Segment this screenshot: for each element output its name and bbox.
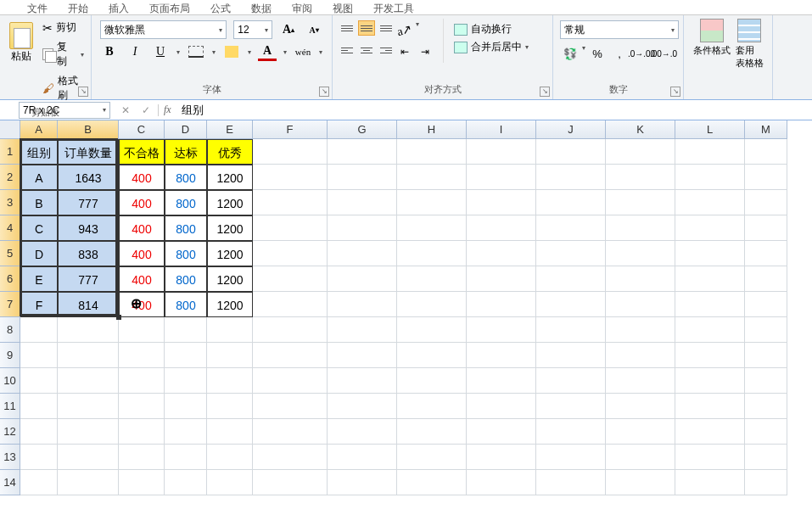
cell-F1[interactable] bbox=[253, 139, 328, 165]
cell-A2[interactable]: A bbox=[20, 165, 58, 190]
cell-L13[interactable] bbox=[675, 445, 745, 470]
number-format-select[interactable]: 常规▾ bbox=[560, 20, 679, 39]
cell-D6[interactable]: 800 bbox=[165, 266, 207, 292]
cell-K8[interactable] bbox=[606, 317, 675, 343]
cell-H12[interactable] bbox=[397, 419, 467, 445]
row-header-3[interactable]: 3 bbox=[0, 190, 20, 215]
decrease-decimal-button[interactable]: .00→.0 bbox=[653, 44, 674, 63]
cell-E6[interactable]: 1200 bbox=[207, 266, 253, 292]
cell-D5[interactable]: 800 bbox=[165, 241, 207, 266]
cell-M1[interactable] bbox=[745, 139, 787, 165]
cell-G10[interactable] bbox=[328, 368, 397, 394]
cell-J6[interactable] bbox=[536, 266, 606, 292]
cell-L6[interactable] bbox=[675, 266, 745, 292]
cell-D14[interactable] bbox=[165, 470, 207, 495]
cell-H11[interactable] bbox=[397, 394, 467, 419]
grid-body[interactable]: 组别订单数量不合格达标优秀A16434008001200B77740080012… bbox=[20, 139, 812, 495]
cell-M2[interactable] bbox=[745, 165, 787, 190]
cell-C6[interactable]: 400 bbox=[119, 266, 165, 292]
cell-D8[interactable] bbox=[165, 317, 207, 343]
cell-G9[interactable] bbox=[328, 343, 397, 368]
col-header-G[interactable]: G bbox=[328, 120, 397, 139]
fill-color-button[interactable] bbox=[222, 42, 241, 61]
cell-G14[interactable] bbox=[328, 470, 397, 495]
cell-L11[interactable] bbox=[675, 394, 745, 419]
cell-C8[interactable] bbox=[119, 317, 165, 343]
percent-button[interactable]: % bbox=[587, 44, 608, 63]
cell-D10[interactable] bbox=[165, 368, 207, 394]
cell-E5[interactable]: 1200 bbox=[207, 241, 253, 266]
cell-L7[interactable] bbox=[675, 292, 745, 317]
cell-C14[interactable] bbox=[119, 470, 165, 495]
cell-D13[interactable] bbox=[165, 445, 207, 470]
cell-M3[interactable] bbox=[745, 190, 787, 215]
cell-I14[interactable] bbox=[467, 470, 536, 495]
cell-B6[interactable]: 777 bbox=[58, 266, 119, 292]
formula-input[interactable]: 组别 bbox=[176, 103, 812, 118]
cell-A5[interactable]: D bbox=[20, 241, 58, 266]
cell-K5[interactable] bbox=[606, 241, 675, 266]
fill-handle[interactable] bbox=[116, 315, 121, 320]
copy-button[interactable]: 复制▾ bbox=[41, 38, 86, 70]
cell-L4[interactable] bbox=[675, 215, 745, 241]
fx-icon[interactable]: fx bbox=[159, 103, 176, 116]
row-header-9[interactable]: 9 bbox=[0, 343, 20, 368]
cell-L9[interactable] bbox=[675, 343, 745, 368]
tab-视图[interactable]: 视图 bbox=[322, 0, 363, 14]
cell-G8[interactable] bbox=[328, 317, 397, 343]
tab-数据[interactable]: 数据 bbox=[241, 0, 282, 14]
cell-J4[interactable] bbox=[536, 215, 606, 241]
cell-A12[interactable] bbox=[20, 419, 58, 445]
number-dialog-launcher[interactable]: ↘ bbox=[670, 87, 680, 97]
cell-F9[interactable] bbox=[253, 343, 328, 368]
cell-M11[interactable] bbox=[745, 394, 787, 419]
cell-I10[interactable] bbox=[467, 368, 536, 394]
cell-C4[interactable]: 400 bbox=[119, 215, 165, 241]
cell-G12[interactable] bbox=[328, 419, 397, 445]
cell-I3[interactable] bbox=[467, 190, 536, 215]
cell-E3[interactable]: 1200 bbox=[207, 190, 253, 215]
cell-B12[interactable] bbox=[58, 419, 119, 445]
cell-E7[interactable]: 1200 bbox=[207, 292, 253, 317]
cell-I1[interactable] bbox=[467, 139, 536, 165]
cell-A13[interactable] bbox=[20, 445, 58, 470]
cell-B5[interactable]: 838 bbox=[58, 241, 119, 266]
alignment-dialog-launcher[interactable]: ↘ bbox=[540, 87, 550, 97]
cell-L2[interactable] bbox=[675, 165, 745, 190]
cell-A14[interactable] bbox=[20, 470, 58, 495]
cell-J5[interactable] bbox=[536, 241, 606, 266]
cell-L1[interactable] bbox=[675, 139, 745, 165]
decrease-indent-button[interactable]: ⇤ bbox=[395, 42, 414, 61]
cell-K2[interactable] bbox=[606, 165, 675, 190]
align-left-button[interactable] bbox=[339, 42, 356, 58]
cell-M6[interactable] bbox=[745, 266, 787, 292]
cell-L8[interactable] bbox=[675, 317, 745, 343]
cell-B14[interactable] bbox=[58, 470, 119, 495]
cell-G5[interactable] bbox=[328, 241, 397, 266]
cell-E4[interactable]: 1200 bbox=[207, 215, 253, 241]
cell-I12[interactable] bbox=[467, 419, 536, 445]
cell-B7[interactable]: 814 bbox=[58, 292, 119, 317]
cell-A11[interactable] bbox=[20, 394, 58, 419]
cell-B10[interactable] bbox=[58, 368, 119, 394]
cell-K10[interactable] bbox=[606, 368, 675, 394]
cell-J8[interactable] bbox=[536, 317, 606, 343]
font-name-select[interactable]: 微软雅黑▾ bbox=[100, 20, 227, 39]
row-header-12[interactable]: 12 bbox=[0, 419, 20, 445]
cell-F3[interactable] bbox=[253, 190, 328, 215]
row-header-13[interactable]: 13 bbox=[0, 445, 20, 470]
cell-G6[interactable] bbox=[328, 266, 397, 292]
cell-D2[interactable]: 800 bbox=[165, 165, 207, 190]
row-header-11[interactable]: 11 bbox=[0, 394, 20, 419]
cell-A7[interactable]: F bbox=[20, 292, 58, 317]
cell-J2[interactable] bbox=[536, 165, 606, 190]
cell-G4[interactable] bbox=[328, 215, 397, 241]
cell-D12[interactable] bbox=[165, 419, 207, 445]
cell-D1[interactable]: 达标 bbox=[165, 139, 207, 165]
col-header-D[interactable]: D bbox=[165, 120, 207, 139]
cell-L5[interactable] bbox=[675, 241, 745, 266]
cell-L14[interactable] bbox=[675, 470, 745, 495]
cell-M7[interactable] bbox=[745, 292, 787, 317]
cell-F7[interactable] bbox=[253, 292, 328, 317]
cell-A10[interactable] bbox=[20, 368, 58, 394]
